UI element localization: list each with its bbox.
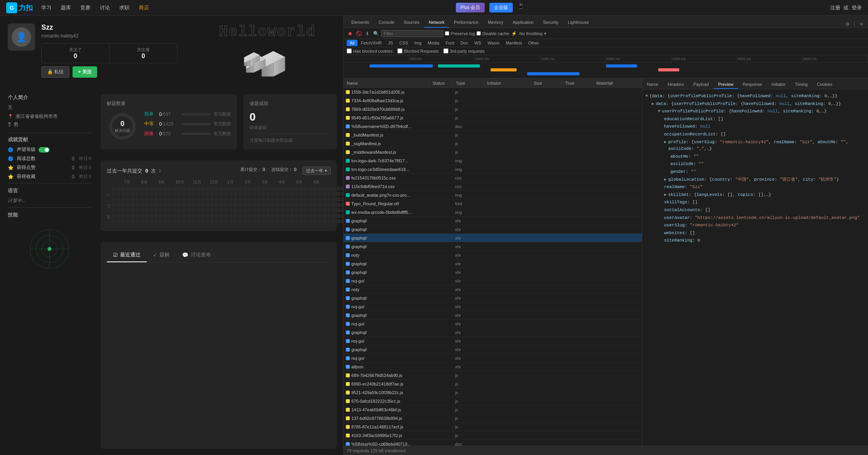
network-row[interactable]: 7334-4e808afbae13d3ca.jsjs <box>344 96 642 105</box>
devtools-tab-security[interactable]: Security <box>538 18 563 28</box>
throttling-chevron-icon[interactable]: ▾ <box>544 31 546 36</box>
nav-item-problems[interactable]: 题库 <box>60 3 72 13</box>
nav-item-shop[interactable]: 商店 <box>138 3 150 13</box>
detail-tab-timing[interactable]: Timing <box>790 80 812 89</box>
nav-item-contest[interactable]: 竞赛 <box>80 3 91 13</box>
third-party-label[interactable]: 3rd-party requests <box>443 48 485 53</box>
filter-js[interactable]: JS <box>385 40 396 46</box>
detail-tab-preview[interactable]: Preview <box>714 80 738 89</box>
filter-fetchxhr[interactable]: Fetch/XHR <box>358 40 385 46</box>
network-row[interactable]: wx-media-qrcode-0bdbd8dfff5...img <box>344 208 642 217</box>
network-row[interactable]: graphql/xhr <box>344 225 642 234</box>
blocked-requests-cb[interactable] <box>397 48 402 53</box>
network-row[interactable]: 9521-429a59c10f28b22c.jsjs <box>344 388 642 397</box>
detail-tab-cookies[interactable]: Cookies <box>812 80 837 89</box>
devtools-tab-performance[interactable]: Performance <box>449 18 483 28</box>
more-options-icon[interactable]: ⋮ <box>851 21 858 28</box>
network-row[interactable]: graphql/xhr <box>344 328 642 337</box>
network-row[interactable]: %5Busername%5D-d9794cdf...doc <box>344 122 642 131</box>
preserve-log-checkbox[interactable] <box>445 31 449 36</box>
network-row[interactable]: _ssgManifest.jsjs <box>344 139 642 148</box>
level-toggle[interactable] <box>39 147 50 153</box>
filter-ws[interactable]: WS <box>471 40 484 46</box>
network-row[interactable]: _middlewareManifest.jsjs <box>344 148 642 156</box>
network-row[interactable]: Typo_Round_Regular.otffont <box>344 199 642 208</box>
disable-cache-checkbox[interactable] <box>477 31 481 36</box>
follow-button[interactable]: + 关注 <box>73 66 97 78</box>
filter-img[interactable]: Img <box>411 40 425 46</box>
register-link[interactable]: 注册 <box>830 4 840 11</box>
settings-icon[interactable]: ⚙ <box>844 21 851 28</box>
detail-tab-name[interactable]: Name <box>642 80 663 89</box>
devtools-tab-lighthouse[interactable]: Lighthouse <box>563 18 593 28</box>
devtools-tab-elements[interactable]: Elements <box>347 18 374 28</box>
network-row[interactable]: graphql/xhr <box>344 259 642 268</box>
network-row[interactable]: lcn-logo-dark-7c8374e78f17...img <box>344 156 642 165</box>
network-row[interactable]: graphql/xhr <box>344 234 642 242</box>
login-link[interactable]: 登录 <box>852 4 862 11</box>
network-row[interactable]: graphql/xhr <box>344 345 642 354</box>
network-row[interactable]: 6990-ec240b21418df7ae.jsjs <box>344 380 642 388</box>
has-blocked-cookies-label[interactable]: Has blocked cookies <box>347 48 393 53</box>
network-row[interactable]: 9549-d51cf50a785a6677.jsjs <box>344 114 642 122</box>
devtools-tab-sources[interactable]: Sources <box>399 18 424 28</box>
network-row[interactable]: noj-go/xhr <box>344 302 642 311</box>
blocked-requests-label[interactable]: Blocked Requests <box>397 48 439 53</box>
filter-input[interactable] <box>381 30 443 37</box>
filter-media[interactable]: Media <box>425 40 443 46</box>
network-row[interactable]: graphql/xhr <box>344 217 642 225</box>
network-row[interactable]: _buildManifest.jsjs <box>344 131 642 139</box>
network-row[interactable]: notyxhr <box>344 251 642 259</box>
preserve-log-label[interactable]: Preserve log <box>445 31 475 36</box>
tree-toggle-13[interactable]: ▶ <box>664 192 667 199</box>
tab-solutions[interactable]: ✓ 题解 <box>147 248 176 262</box>
nav-item-jobs[interactable]: 求职 <box>119 3 130 13</box>
filter-other[interactable]: Other <box>525 40 542 46</box>
network-row[interactable]: graphql/xhr <box>344 311 642 320</box>
tree-toggle-7[interactable]: ▶ <box>664 139 667 146</box>
network-row[interactable]: 137-bd92c8778638b894.jsjs <box>344 414 642 423</box>
detail-tab-payload[interactable]: Payload <box>689 80 714 89</box>
network-row[interactable]: noj-go/xhr <box>344 337 642 345</box>
devtools-tab-memory[interactable]: Memory <box>483 18 508 28</box>
network-row[interactable]: 8785-87e11a1488117ecf.jsjs <box>344 423 642 431</box>
network-row[interactable]: lcn-logo-ce3d5beeedaae618...img <box>344 165 642 174</box>
detail-tab-response[interactable]: Response <box>738 80 767 89</box>
network-row[interactable]: graphql/xhr <box>344 242 642 251</box>
network-row[interactable]: alljsonxhr <box>344 363 642 371</box>
network-row[interactable]: 4163-34f3ac59995e17f2.jsjs <box>344 431 642 440</box>
network-row[interactable]: noj-go/xhr <box>344 277 642 285</box>
tree-toggle-2[interactable]: ▶ <box>652 101 654 108</box>
record-icon[interactable]: ⏺ <box>347 30 354 37</box>
filter-doc[interactable]: Doc <box>457 40 471 46</box>
has-blocked-cookies-cb[interactable] <box>347 48 352 53</box>
network-row[interactable]: 689-7b426678d524ab90.jsjs <box>344 371 642 380</box>
network-row[interactable]: notyxhr <box>344 285 642 294</box>
disable-cache-label[interactable]: Disable cache <box>477 31 509 36</box>
tab-recent[interactable]: ☑ 最近通过 <box>107 248 147 262</box>
tree-toggle-1[interactable]: ▼ <box>645 93 648 100</box>
tab-discussions[interactable]: 💬 讨论发布 <box>176 248 217 262</box>
filter-icon[interactable]: 🔍 <box>372 30 379 37</box>
network-row[interactable]: 115c9dbf5feed71d.csscss <box>344 182 642 191</box>
network-row[interactable]: graphql/xhr <box>344 268 642 277</box>
detail-tab-headers[interactable]: Headers <box>663 80 689 89</box>
network-row[interactable]: graphql/xhr <box>344 294 642 302</box>
network-row[interactable]: noj-go/xhr <box>344 354 642 363</box>
mobile-icon[interactable]: 📱 <box>517 3 524 12</box>
period-selector[interactable]: 过去一年 ▾ <box>303 167 331 175</box>
nav-item-discuss[interactable]: 讨论 <box>99 3 111 13</box>
network-row[interactable]: 7869-d0320e970cb68968.jsjs <box>344 105 642 114</box>
clear-icon[interactable]: 🚫 <box>355 30 362 37</box>
network-row[interactable]: default_avatar.png?x-css-pro...img <box>344 191 642 199</box>
devtools-tab-application[interactable]: Application <box>508 18 539 28</box>
network-row[interactable]: fe21543176b0515c.csscss <box>344 174 642 182</box>
network-row[interactable]: 1413-47eabf3df63c46bf.jsjs <box>344 405 642 414</box>
plus-membership-button[interactable]: Plus 会员 <box>456 3 485 12</box>
filter-css[interactable]: CSS <box>396 40 411 46</box>
filter-all[interactable]: All <box>347 40 358 46</box>
devtools-tab-console[interactable]: Console <box>374 18 399 28</box>
devtools-tab-network[interactable]: Network <box>424 18 449 28</box>
detail-tab-initiator[interactable]: Initiator <box>767 80 790 89</box>
network-row[interactable]: 1558-3dc7a1d1b851d205.jsjs <box>344 88 642 96</box>
